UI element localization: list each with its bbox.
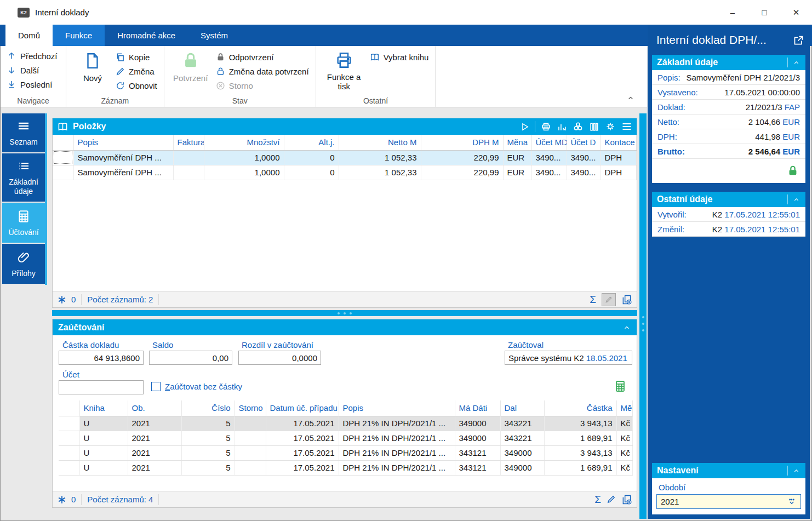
horizontal-splitter[interactable] [52, 310, 637, 316]
column-header[interactable]: Částka [544, 400, 616, 416]
previous-button[interactable]: Předchozí [7, 49, 59, 63]
calculator-icon[interactable] [614, 379, 627, 393]
table-row[interactable]: U2021517.05.2021DPH 21% IN DPH/2021/1 ..… [59, 445, 633, 460]
copy-add-icon[interactable] [621, 294, 632, 305]
column-header[interactable]: Popis [73, 135, 173, 150]
minimize-button[interactable]: – [717, 0, 748, 25]
row-selector[interactable] [59, 445, 79, 460]
tab-system[interactable]: Systém [188, 25, 241, 46]
collapse-section-icon[interactable] [792, 196, 800, 203]
column-header[interactable]: Dal [500, 400, 544, 416]
ribbon-group-navigace: Předchozí Další Poslední Navigace [1, 46, 66, 107]
lock-blue-icon [216, 67, 225, 76]
column-header[interactable]: Ob. [128, 400, 181, 416]
castka-dokladu-field[interactable]: 64 913,8600 [59, 351, 144, 365]
titlebar: K2 Interní doklady – □ ✕ [0, 0, 812, 25]
row-selector[interactable] [53, 165, 73, 180]
collapse-section-icon[interactable] [792, 467, 800, 474]
sidebar-item-uctovani[interactable]: Účtování [2, 203, 45, 243]
record-count: Počet záznamů: 2 [87, 295, 153, 304]
column-header[interactable]: Storno [235, 400, 266, 416]
arrow-up-icon [7, 51, 16, 60]
tab-hromadne-akce[interactable]: Hromadné akce [105, 25, 188, 46]
storno-button[interactable]: Storno [216, 78, 309, 93]
change-confirm-date-button[interactable]: Změna data potvrzení [216, 64, 309, 78]
column-header[interactable]: Číslo [181, 400, 235, 416]
dropdown-icon[interactable] [787, 497, 797, 506]
zauctoval-field[interactable]: Správce systému K2 18.05.2021 [505, 351, 632, 365]
run-icon[interactable] [520, 122, 529, 131]
row-selector[interactable] [59, 460, 79, 475]
chart-icon[interactable] [557, 122, 567, 132]
settings-gear-icon[interactable] [605, 121, 616, 132]
column-header[interactable]: Má Dáti [455, 400, 500, 416]
column-header[interactable]: Množství [204, 135, 284, 150]
checkbox-box[interactable] [151, 382, 161, 391]
zauctovat-bez-castky-checkbox[interactable]: Zaúčtovat bez částky [151, 382, 242, 391]
column-header[interactable]: Kniha [79, 400, 128, 416]
saldo-field[interactable]: 0,00 [149, 351, 232, 365]
last-button[interactable]: Poslední [7, 77, 59, 91]
column-header[interactable]: Účet D [567, 135, 601, 150]
column-header[interactable]: Kontace [601, 135, 637, 150]
unconfirm-label: Odpotvrzení [229, 53, 274, 62]
table-row[interactable]: Samovyměření DPH ...1,000001 052,33220,9… [53, 165, 637, 180]
edit-icon[interactable] [607, 495, 616, 504]
row-selector[interactable] [59, 416, 79, 431]
sidebar-item-zakladni-udaje[interactable]: Základní údaje [2, 153, 45, 202]
sum-icon[interactable]: Σ [594, 494, 601, 506]
collapse-section-icon[interactable] [792, 59, 800, 66]
obdobi-field[interactable]: 2021 [656, 494, 801, 509]
copy-button[interactable]: Kopie [116, 50, 157, 64]
select-book-button[interactable]: Vybrat knihu [370, 50, 429, 64]
print-icon[interactable] [541, 122, 551, 132]
tab-domu[interactable]: Domů [5, 25, 53, 46]
copy-add-icon[interactable] [621, 494, 632, 505]
detail-panel: Interní doklad DPH/... Základní údaje Po… [648, 25, 810, 519]
clover-icon[interactable] [573, 121, 584, 132]
maximize-button[interactable]: □ [748, 0, 780, 25]
unconfirm-button[interactable]: Odpotvrzení [216, 50, 309, 64]
confirm-button[interactable]: Potvrzení [171, 49, 210, 95]
open-external-icon[interactable] [793, 35, 804, 46]
sum-icon[interactable]: Σ [590, 294, 596, 306]
functions-print-button[interactable]: Funkce a tisk [323, 49, 365, 95]
sidebar-item-seznam[interactable]: Seznam [2, 113, 45, 152]
collapse-ribbon-button[interactable] [626, 94, 635, 104]
columns-icon[interactable] [589, 122, 599, 132]
column-header[interactable]: Faktura [173, 135, 204, 150]
menu-icon[interactable] [621, 121, 632, 132]
tab-funkce[interactable]: Funkce [53, 25, 105, 46]
close-button[interactable]: ✕ [780, 0, 812, 25]
saldo-label: Saldo [152, 340, 173, 350]
column-header[interactable]: Účet MD [531, 135, 567, 150]
row-selector[interactable] [59, 431, 79, 445]
new-button[interactable]: Nový [73, 49, 112, 95]
table-row[interactable]: U2021517.05.2021DPH 21% IN DPH/2021/1 ..… [59, 416, 633, 431]
nastaveni-header: Nastavení [652, 463, 805, 478]
rozdil-field[interactable]: 0,0000 [238, 351, 321, 365]
column-header[interactable]: Datum úč. případu [266, 400, 339, 416]
table-row[interactable]: U2021517.05.2021DPH 21% IN DPH/2021/1 ..… [59, 460, 633, 475]
column-header[interactable]: Měna [503, 135, 531, 150]
table-row[interactable]: Samovyměření DPH ...1,000001 052,33220,9… [53, 150, 637, 165]
column-header[interactable]: Netto M [339, 135, 421, 150]
column-header[interactable]: Měna [616, 400, 633, 416]
column-header[interactable]: Alt.j. [284, 135, 339, 150]
vertical-splitter[interactable] [639, 113, 647, 519]
column-header[interactable]: Popis [339, 400, 455, 416]
sidebar-item-prilohy[interactable]: Přílohy [2, 244, 45, 284]
edit-label: Změna [129, 67, 155, 76]
edit-button[interactable]: Změna [116, 64, 157, 78]
table-row[interactable]: U2021517.05.2021DPH 21% IN DPH/2021/1 ..… [59, 431, 633, 445]
column-header[interactable]: DPH M [421, 135, 503, 150]
collapse-section-icon[interactable] [622, 324, 631, 331]
row-selector[interactable] [53, 150, 73, 165]
app-icon: K2 [18, 8, 30, 18]
refresh-button[interactable]: Obnovit [116, 78, 157, 93]
group-label-stav: Stav [164, 96, 316, 105]
ucet-field[interactable] [59, 380, 144, 394]
next-button[interactable]: Další [7, 63, 59, 77]
detail-field-row: Změnil:K2 17.05.2021 12:55:01 [652, 222, 805, 237]
zakladni-udaje-header: Základní údaje [652, 55, 805, 70]
